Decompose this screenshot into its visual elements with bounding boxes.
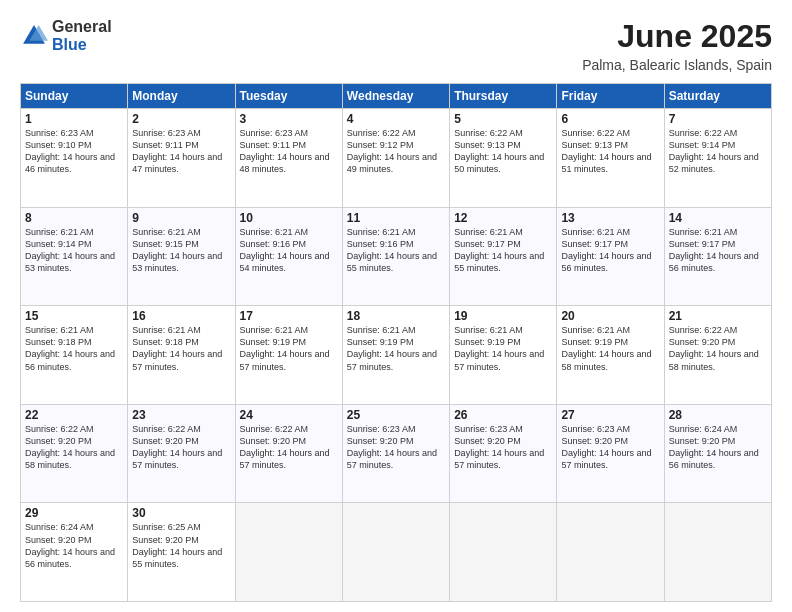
day-number: 29 [25, 506, 123, 520]
day-number: 6 [561, 112, 659, 126]
day-info: Sunrise: 6:21 AMSunset: 9:14 PMDaylight:… [25, 226, 123, 275]
calendar-cell [235, 503, 342, 602]
calendar-cell: 27Sunrise: 6:23 AMSunset: 9:20 PMDayligh… [557, 404, 664, 503]
day-number: 2 [132, 112, 230, 126]
calendar-cell: 15Sunrise: 6:21 AMSunset: 9:18 PMDayligh… [21, 306, 128, 405]
day-info: Sunrise: 6:23 AMSunset: 9:20 PMDaylight:… [561, 423, 659, 472]
day-number: 28 [669, 408, 767, 422]
day-info: Sunrise: 6:24 AMSunset: 9:20 PMDaylight:… [25, 521, 123, 570]
day-info: Sunrise: 6:22 AMSunset: 9:20 PMDaylight:… [240, 423, 338, 472]
day-info: Sunrise: 6:21 AMSunset: 9:18 PMDaylight:… [25, 324, 123, 373]
col-header-wednesday: Wednesday [342, 84, 449, 109]
day-info: Sunrise: 6:22 AMSunset: 9:14 PMDaylight:… [669, 127, 767, 176]
calendar-cell: 7Sunrise: 6:22 AMSunset: 9:14 PMDaylight… [664, 109, 771, 208]
day-info: Sunrise: 6:21 AMSunset: 9:19 PMDaylight:… [347, 324, 445, 373]
calendar-cell [557, 503, 664, 602]
day-info: Sunrise: 6:23 AMSunset: 9:11 PMDaylight:… [132, 127, 230, 176]
day-info: Sunrise: 6:21 AMSunset: 9:19 PMDaylight:… [240, 324, 338, 373]
day-number: 21 [669, 309, 767, 323]
calendar-cell: 8Sunrise: 6:21 AMSunset: 9:14 PMDaylight… [21, 207, 128, 306]
col-header-tuesday: Tuesday [235, 84, 342, 109]
calendar-cell: 3Sunrise: 6:23 AMSunset: 9:11 PMDaylight… [235, 109, 342, 208]
day-info: Sunrise: 6:22 AMSunset: 9:20 PMDaylight:… [669, 324, 767, 373]
day-number: 8 [25, 211, 123, 225]
calendar-cell: 22Sunrise: 6:22 AMSunset: 9:20 PMDayligh… [21, 404, 128, 503]
calendar-cell: 29Sunrise: 6:24 AMSunset: 9:20 PMDayligh… [21, 503, 128, 602]
calendar-cell: 1Sunrise: 6:23 AMSunset: 9:10 PMDaylight… [21, 109, 128, 208]
calendar-cell: 11Sunrise: 6:21 AMSunset: 9:16 PMDayligh… [342, 207, 449, 306]
day-number: 24 [240, 408, 338, 422]
day-number: 18 [347, 309, 445, 323]
day-info: Sunrise: 6:21 AMSunset: 9:19 PMDaylight:… [561, 324, 659, 373]
calendar-cell: 20Sunrise: 6:21 AMSunset: 9:19 PMDayligh… [557, 306, 664, 405]
calendar-page: General Blue June 2025 Palma, Balearic I… [0, 0, 792, 612]
day-info: Sunrise: 6:23 AMSunset: 9:20 PMDaylight:… [347, 423, 445, 472]
day-info: Sunrise: 6:21 AMSunset: 9:18 PMDaylight:… [132, 324, 230, 373]
calendar-cell: 28Sunrise: 6:24 AMSunset: 9:20 PMDayligh… [664, 404, 771, 503]
day-number: 9 [132, 211, 230, 225]
day-number: 1 [25, 112, 123, 126]
col-header-friday: Friday [557, 84, 664, 109]
day-info: Sunrise: 6:22 AMSunset: 9:13 PMDaylight:… [561, 127, 659, 176]
calendar-cell: 17Sunrise: 6:21 AMSunset: 9:19 PMDayligh… [235, 306, 342, 405]
location-subtitle: Palma, Balearic Islands, Spain [582, 57, 772, 73]
day-info: Sunrise: 6:23 AMSunset: 9:11 PMDaylight:… [240, 127, 338, 176]
logo-text-line1: General [52, 18, 112, 36]
col-header-thursday: Thursday [450, 84, 557, 109]
day-number: 16 [132, 309, 230, 323]
day-info: Sunrise: 6:21 AMSunset: 9:16 PMDaylight:… [347, 226, 445, 275]
day-number: 26 [454, 408, 552, 422]
day-info: Sunrise: 6:22 AMSunset: 9:12 PMDaylight:… [347, 127, 445, 176]
day-number: 12 [454, 211, 552, 225]
calendar-cell: 14Sunrise: 6:21 AMSunset: 9:17 PMDayligh… [664, 207, 771, 306]
logo-text-line2: Blue [52, 36, 112, 54]
title-block: June 2025 Palma, Balearic Islands, Spain [582, 18, 772, 73]
day-number: 17 [240, 309, 338, 323]
day-number: 13 [561, 211, 659, 225]
day-number: 4 [347, 112, 445, 126]
col-header-sunday: Sunday [21, 84, 128, 109]
day-info: Sunrise: 6:23 AMSunset: 9:10 PMDaylight:… [25, 127, 123, 176]
day-number: 22 [25, 408, 123, 422]
calendar-cell: 18Sunrise: 6:21 AMSunset: 9:19 PMDayligh… [342, 306, 449, 405]
calendar-cell: 5Sunrise: 6:22 AMSunset: 9:13 PMDaylight… [450, 109, 557, 208]
calendar-cell [342, 503, 449, 602]
day-number: 20 [561, 309, 659, 323]
calendar-week-2: 8Sunrise: 6:21 AMSunset: 9:14 PMDaylight… [21, 207, 772, 306]
calendar-cell: 24Sunrise: 6:22 AMSunset: 9:20 PMDayligh… [235, 404, 342, 503]
calendar-table: SundayMondayTuesdayWednesdayThursdayFrid… [20, 83, 772, 602]
day-number: 7 [669, 112, 767, 126]
day-info: Sunrise: 6:22 AMSunset: 9:20 PMDaylight:… [25, 423, 123, 472]
day-number: 3 [240, 112, 338, 126]
calendar-cell: 25Sunrise: 6:23 AMSunset: 9:20 PMDayligh… [342, 404, 449, 503]
day-number: 23 [132, 408, 230, 422]
day-info: Sunrise: 6:21 AMSunset: 9:16 PMDaylight:… [240, 226, 338, 275]
calendar-cell [664, 503, 771, 602]
day-info: Sunrise: 6:23 AMSunset: 9:20 PMDaylight:… [454, 423, 552, 472]
day-info: Sunrise: 6:21 AMSunset: 9:17 PMDaylight:… [669, 226, 767, 275]
header: General Blue June 2025 Palma, Balearic I… [20, 18, 772, 73]
day-info: Sunrise: 6:22 AMSunset: 9:13 PMDaylight:… [454, 127, 552, 176]
day-number: 19 [454, 309, 552, 323]
calendar-cell: 30Sunrise: 6:25 AMSunset: 9:20 PMDayligh… [128, 503, 235, 602]
day-info: Sunrise: 6:21 AMSunset: 9:17 PMDaylight:… [561, 226, 659, 275]
day-number: 11 [347, 211, 445, 225]
calendar-cell: 19Sunrise: 6:21 AMSunset: 9:19 PMDayligh… [450, 306, 557, 405]
day-number: 27 [561, 408, 659, 422]
calendar-cell: 12Sunrise: 6:21 AMSunset: 9:17 PMDayligh… [450, 207, 557, 306]
calendar-cell: 4Sunrise: 6:22 AMSunset: 9:12 PMDaylight… [342, 109, 449, 208]
day-number: 5 [454, 112, 552, 126]
calendar-cell: 2Sunrise: 6:23 AMSunset: 9:11 PMDaylight… [128, 109, 235, 208]
calendar-cell: 6Sunrise: 6:22 AMSunset: 9:13 PMDaylight… [557, 109, 664, 208]
day-number: 14 [669, 211, 767, 225]
calendar-cell: 13Sunrise: 6:21 AMSunset: 9:17 PMDayligh… [557, 207, 664, 306]
col-header-monday: Monday [128, 84, 235, 109]
calendar-header-row: SundayMondayTuesdayWednesdayThursdayFrid… [21, 84, 772, 109]
day-number: 30 [132, 506, 230, 520]
calendar-week-3: 15Sunrise: 6:21 AMSunset: 9:18 PMDayligh… [21, 306, 772, 405]
day-info: Sunrise: 6:24 AMSunset: 9:20 PMDaylight:… [669, 423, 767, 472]
calendar-week-1: 1Sunrise: 6:23 AMSunset: 9:10 PMDaylight… [21, 109, 772, 208]
calendar-cell: 10Sunrise: 6:21 AMSunset: 9:16 PMDayligh… [235, 207, 342, 306]
month-title: June 2025 [582, 18, 772, 55]
calendar-cell: 23Sunrise: 6:22 AMSunset: 9:20 PMDayligh… [128, 404, 235, 503]
